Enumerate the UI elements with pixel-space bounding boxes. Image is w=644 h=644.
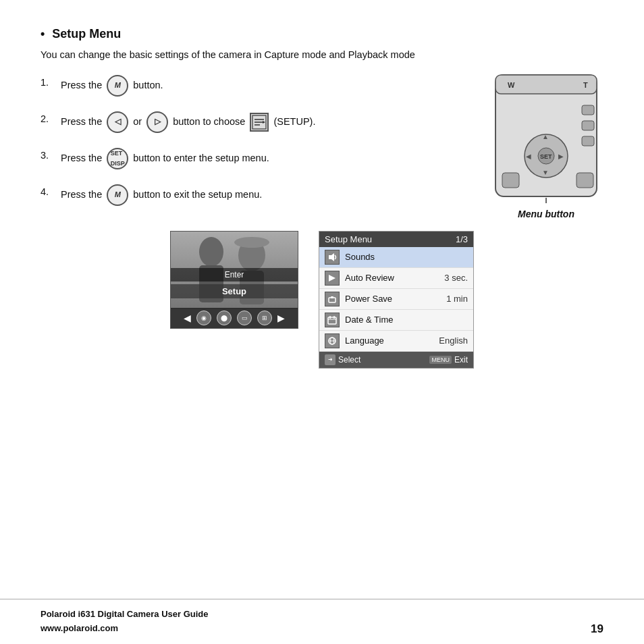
svg-text:▶: ▶	[558, 153, 564, 160]
photo-icon-2: ⬤	[217, 311, 232, 325]
svg-text:◀: ◀	[526, 153, 531, 160]
step-4-content: Press the M button to exit the setup men…	[61, 184, 262, 206]
menu-icon-language	[325, 333, 340, 348]
step-2-or: or	[133, 114, 142, 130]
svg-rect-20	[576, 173, 593, 188]
step-4: 4. Press the M button to exit the setup …	[41, 184, 462, 206]
photo-thumbnail: Enter Setup ◀ ◉ ⬤ ▭ ⊞ ▶	[170, 231, 298, 329]
menu-row-language[interactable]: Language English	[319, 331, 473, 352]
svg-text:▼: ▼	[542, 169, 549, 176]
svg-rect-9	[582, 105, 594, 115]
step-4-text-before: Press the	[61, 187, 102, 203]
photo-arrow-left-icon: ◀	[184, 313, 191, 323]
footer-page-number: 19	[591, 622, 603, 636]
step-3: 3. Press the SETDISP button to enter the…	[41, 148, 462, 169]
menu-icon-power-save	[325, 292, 340, 306]
photo-enter-bar: Enter	[171, 268, 298, 281]
screenshots-row: Enter Setup ◀ ◉ ⬤ ▭ ⊞ ▶ Setup Menu 1/3	[41, 231, 603, 369]
step-4-text-after: button to exit the setup menu.	[133, 187, 262, 203]
page: • Setup Menu You can change the basic se…	[0, 0, 644, 644]
menu-label-sounds: Sounds	[345, 252, 468, 262]
step-2-setup-label: (SETUP).	[273, 114, 315, 130]
svg-text:▲: ▲	[542, 133, 549, 140]
step-2-text-before: Press the	[61, 114, 102, 130]
setup-menu-panel: Setup Menu 1/3 Sounds Auto Review 3 sec.	[319, 231, 474, 369]
menu-icon-auto-review	[325, 271, 340, 286]
svg-rect-19	[502, 173, 519, 188]
photo-icon-1: ◉	[196, 311, 211, 325]
nav-right-button-icon: ▷	[146, 111, 168, 133]
step-3-content: Press the SETDISP button to enter the se…	[61, 148, 269, 169]
menu-icon-date-time	[325, 313, 340, 327]
menu-exit-button-icon: M	[107, 184, 128, 206]
step-2-text-middle: button to choose	[173, 114, 245, 130]
intro-text: You can change the basic settings of the…	[41, 48, 419, 63]
menu-header: Setup Menu 1/3	[319, 232, 473, 247]
menu-value-auto-review: 3 sec.	[444, 273, 468, 283]
step-1-text-before: Press the	[61, 78, 102, 93]
svg-rect-31	[331, 296, 333, 298]
step-1: 1. Press the M button.	[41, 75, 462, 97]
step-2: 2. Press the ◁ or ▷ button to choose	[41, 111, 462, 133]
step-2-content: Press the ◁ or ▷ button to choose	[61, 111, 315, 133]
menu-footer-select: ➜ Select	[325, 354, 360, 365]
menu-label-language: Language	[345, 336, 439, 346]
footer-line2: www.polaroid.com	[41, 622, 209, 636]
svg-point-23	[199, 237, 223, 267]
bullet: •	[41, 27, 45, 41]
step-3-text-before: Press the	[61, 151, 102, 166]
menu-header-page: 1/3	[456, 234, 468, 244]
step-3-num: 3.	[41, 148, 61, 163]
step-1-text-after: button.	[133, 78, 163, 93]
photo-setup-bar: Setup	[171, 284, 298, 298]
svg-rect-30	[329, 298, 336, 302]
footer-line1: Polaroid i631 Digital Camera User Guide	[41, 608, 209, 622]
menu-footer: ➜ Select MENU Exit	[319, 352, 473, 368]
menu-footer-exit: MENU Exit	[429, 354, 468, 365]
photo-icon-4: ⊞	[257, 311, 272, 325]
page-footer: Polaroid i631 Digital Camera User Guide …	[0, 599, 644, 644]
nav-left-button-icon: ◁	[107, 111, 128, 133]
menu-header-title: Setup Menu	[325, 234, 372, 244]
menu-value-power-save: 1 min	[446, 294, 468, 304]
menu-label-auto-review: Auto Review	[345, 273, 444, 283]
svg-rect-32	[328, 317, 336, 324]
menu-label-date-time: Date & Time	[345, 315, 468, 325]
footer-text: Polaroid i631 Digital Camera User Guide …	[41, 608, 209, 636]
menu-label-power-save: Power Save	[345, 294, 446, 304]
step-1-num: 1.	[41, 75, 61, 90]
photo-icon-3: ▭	[237, 311, 252, 325]
section-title: • Setup Menu	[41, 27, 603, 41]
svg-text:W: W	[508, 81, 515, 89]
svg-rect-11	[582, 136, 594, 146]
svg-text:T: T	[583, 81, 588, 89]
svg-marker-29	[329, 275, 336, 281]
step-4-num: 4.	[41, 184, 61, 200]
menu-row-sounds[interactable]: Sounds	[319, 247, 473, 268]
step-1-content: Press the M button.	[61, 75, 163, 97]
svg-marker-28	[329, 253, 334, 261]
set-disp-button-icon: SETDISP	[107, 148, 128, 169]
menu-button-icon: M	[107, 75, 128, 97]
menu-row-auto-review[interactable]: Auto Review 3 sec.	[319, 268, 473, 289]
menu-row-power-save[interactable]: Power Save 1 min	[319, 289, 473, 310]
step-3-text-after: button to enter the setup menu.	[133, 151, 269, 166]
photo-bottom-bar: ◀ ◉ ⬤ ▭ ⊞ ▶	[171, 308, 298, 328]
steps-container: 1. Press the M button. 2. Press the ◁ or…	[41, 75, 603, 221]
svg-rect-10	[582, 121, 594, 130]
menu-row-date-time[interactable]: Date & Time	[319, 310, 473, 331]
steps-left: 1. Press the M button. 2. Press the ◁ or…	[41, 75, 475, 221]
menu-icon-sounds	[325, 250, 340, 265]
menu-value-language: English	[439, 336, 468, 346]
camera-diagram-label: Menu button	[489, 209, 603, 219]
step-2-num: 2.	[41, 111, 61, 127]
photo-arrow-right-icon: ▶	[277, 313, 285, 323]
camera-diagram: W T ▲ ▼ ◀ ▶ SET	[489, 68, 603, 221]
setup-icon	[250, 113, 269, 132]
select-icon: ➜	[325, 354, 336, 365]
menu-exit-icon: MENU	[429, 356, 452, 364]
svg-text:SET: SET	[540, 153, 552, 160]
svg-point-26	[234, 237, 269, 248]
